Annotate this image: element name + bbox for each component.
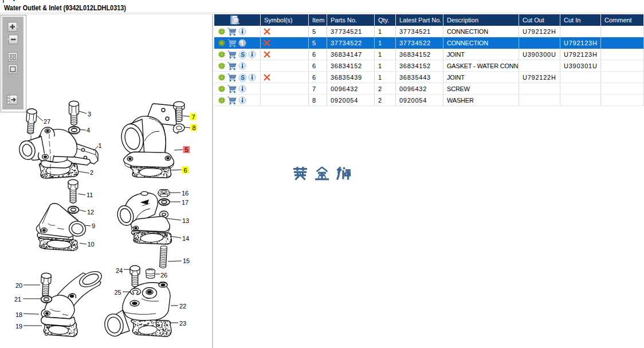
svg-text:24: 24 <box>116 267 123 274</box>
svg-text:26: 26 <box>160 272 167 279</box>
svg-text:19: 19 <box>15 323 22 330</box>
svg-text:21: 21 <box>14 296 21 303</box>
svg-text:25: 25 <box>115 289 121 296</box>
svg-text:6: 6 <box>184 167 187 174</box>
svg-text:5: 5 <box>185 146 189 153</box>
svg-text:7: 7 <box>192 114 195 120</box>
svg-text:8: 8 <box>193 124 196 131</box>
svg-text:22: 22 <box>179 303 186 310</box>
svg-text:18: 18 <box>15 311 22 318</box>
svg-text:23: 23 <box>179 320 186 327</box>
svg-text:13: 13 <box>182 217 189 224</box>
svg-text:17: 17 <box>182 199 189 206</box>
svg-text:11: 11 <box>87 191 93 198</box>
svg-text:12: 12 <box>87 209 94 216</box>
svg-text:S: S <box>241 74 245 81</box>
svg-text:1: 1 <box>99 142 102 149</box>
svg-text:3: 3 <box>88 111 91 118</box>
svg-text:2: 2 <box>90 169 93 176</box>
svg-text:14: 14 <box>182 235 189 242</box>
svg-text:4: 4 <box>87 127 90 134</box>
svg-text:15: 15 <box>183 257 190 264</box>
svg-text:16: 16 <box>182 190 189 197</box>
svg-text:10: 10 <box>88 241 95 248</box>
svg-text:27: 27 <box>44 118 50 125</box>
svg-text:S: S <box>241 51 245 58</box>
svg-text:20: 20 <box>15 282 22 289</box>
svg-text:9: 9 <box>92 222 95 229</box>
